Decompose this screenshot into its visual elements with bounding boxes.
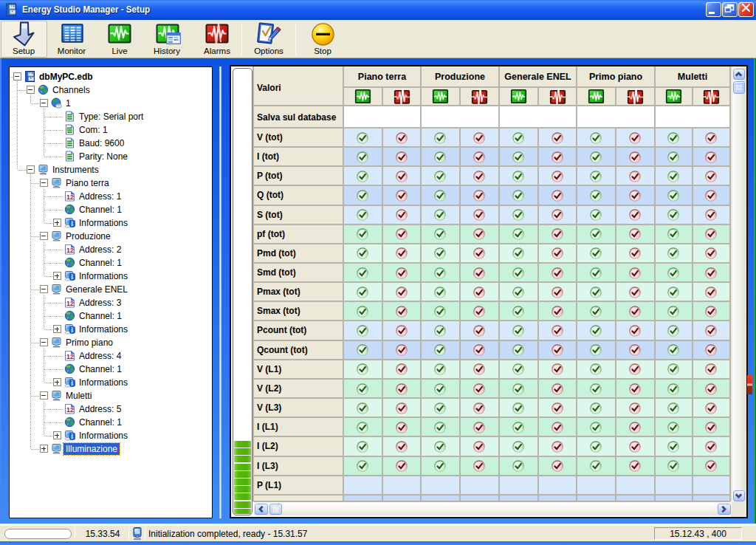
svg-text:12: 12 bbox=[66, 353, 74, 360]
svg-text:12: 12 bbox=[66, 193, 74, 201]
svg-text:i: i bbox=[71, 220, 73, 227]
svg-text:12: 12 bbox=[66, 300, 74, 307]
svg-text:i: i bbox=[71, 380, 73, 387]
svg-text:i: i bbox=[71, 273, 73, 281]
svg-text:12: 12 bbox=[66, 247, 74, 254]
svg-text:i: i bbox=[71, 433, 73, 440]
svg-text:12: 12 bbox=[66, 406, 74, 414]
svg-text:i: i bbox=[71, 326, 73, 334]
